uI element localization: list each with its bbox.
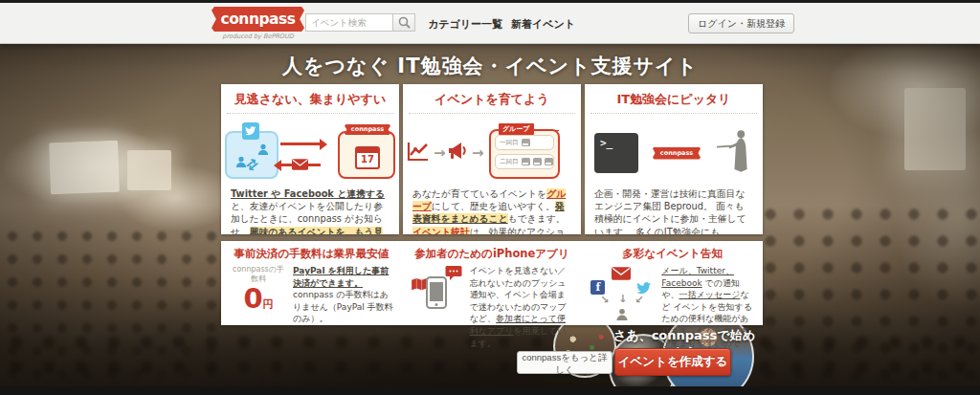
sub-feature-description: PayPal を利用した事前決済ができます。connpass の手数料はありませ… <box>293 265 393 325</box>
event-row-second: 二回目 <box>495 154 554 169</box>
sub-feature-panel: 事前決済の手数料は業界最安値 connpassの手数料 0円 PayPal を利… <box>221 241 763 325</box>
calendar-day: 17 <box>357 153 378 166</box>
sub-feature-announcement: 多彩なイベント告知 f ↘ ↓ ↙ メール、 <box>582 241 763 325</box>
twitter-icon <box>242 122 259 140</box>
sub-feature-title: 多彩なイベント告知 <box>590 247 754 261</box>
text-segment: 企画・開発・運営は技術に真面目なエンジニア集団 Beproud。 面々も積極的に… <box>594 188 746 234</box>
connpass-logo[interactable]: connpass <box>212 7 304 32</box>
event-row-label: 一回目 <box>500 139 519 147</box>
feature-card-it-study: IT勉強会にピッタリ >_ connpass 企画・開発・運営は技術に真面目なエ… <box>585 84 763 234</box>
search-input[interactable] <box>305 13 393 32</box>
connpass-badge: connpass <box>345 124 390 135</box>
megaphone-icon <box>447 141 470 164</box>
connpass-badge: connpass <box>653 147 701 160</box>
terminal-icon: >_ <box>594 133 638 173</box>
bulk-message-link[interactable]: 一括メッセージ <box>679 290 741 299</box>
sub-feature-iphone-app: 参加者のためのiPhoneアプリ イベントを見逃さない／忘れないためのプッシュ通… <box>402 241 583 325</box>
person-icon <box>257 141 269 159</box>
smartphone-icon <box>426 276 447 313</box>
window-light <box>904 88 966 170</box>
stats-link[interactable]: イベント統計 <box>412 227 470 234</box>
push-notification-icon <box>445 265 462 284</box>
search-icon <box>398 16 411 29</box>
feature-illustration: → → グループ 一回目 二回目 <box>403 120 581 183</box>
arrow-down-left-icon: ↙ <box>635 294 643 306</box>
fee-unit: 円 <box>263 298 274 311</box>
slide-icon <box>545 158 553 165</box>
login-signup-button[interactable]: ログイン・新規登録 <box>688 13 794 33</box>
app-illustration <box>411 265 464 318</box>
feature-illustration: >_ connpass <box>585 120 763 183</box>
feature-card-grow-event: イベントを育てよう → → グループ 一回目 二回目 <box>403 84 581 234</box>
event-row-first: 一回目 <box>495 135 554 150</box>
feature-title: IT勉強会にピッタリ <box>590 84 757 114</box>
top-border <box>0 0 980 3</box>
mail-icon <box>292 156 308 174</box>
chart-icon <box>407 141 430 165</box>
learn-more-button[interactable]: connpassをもっと詳しく <box>517 351 612 374</box>
fee-value: 0 <box>243 282 262 315</box>
feature-description: Twitter や Facebook と連携すると、友達がイベントを公開したり参… <box>221 183 399 234</box>
notify-illustration: f ↘ ↓ ↙ <box>590 265 656 320</box>
page-title: 人をつなぐ IT勉強会・イベント支援サイト <box>0 53 980 79</box>
slide-icon <box>522 158 530 165</box>
logo-byline: produced by BePROUD <box>212 33 304 40</box>
text-segment: にして、歴史を追いやすく。 <box>432 201 555 211</box>
feature-description: あなたが育てているイベントをグループにして、歴史を追いやすく。発表資料をまとめる… <box>403 183 581 234</box>
sub-feature-title: 事前決済の手数料は業界最安値 <box>230 247 393 261</box>
group-box: グループ 一回目 二回目 <box>489 129 560 179</box>
samurai-icon <box>715 127 753 179</box>
nav-new-events[interactable]: 新着イベント <box>511 17 575 32</box>
sub-feature-title: 参加者のためのiPhoneアプリ <box>411 247 574 261</box>
text-segment: あなたが育てているイベントを <box>412 188 546 199</box>
footer-bar <box>0 386 980 395</box>
fee-amount: 0円 <box>230 285 287 313</box>
text-segment: connpass の手数料はありません（PayPal 手数料のみ）。 <box>293 290 393 323</box>
paypal-link[interactable]: PayPal を利用した事前決済ができます。 <box>293 266 389 288</box>
slide-icon <box>533 158 542 165</box>
arrow-down-icon: ↓ <box>618 293 627 305</box>
fee-block: connpassの手数料 0円 <box>230 265 287 325</box>
arrow-down-right-icon: ↘ <box>600 294 609 306</box>
person-icon <box>615 306 629 324</box>
facebook-icon: f <box>590 280 605 295</box>
projector-screen <box>127 150 171 190</box>
feature-title: イベントを育てよう <box>409 84 575 114</box>
group-label: グループ <box>499 123 534 135</box>
header: connpass produced by BePROUD カテゴリー一覧 新着イ… <box>0 3 980 44</box>
social-link[interactable]: Twitter や Facebook と連携する <box>231 188 385 199</box>
search-button[interactable] <box>393 13 415 32</box>
sub-feature-payment: 事前決済の手数料は業界最安値 connpassの手数料 0円 PayPal を利… <box>221 241 402 325</box>
slide-icon <box>522 139 530 146</box>
sub-feature-description: イベントを見逃さない／忘れないためのプッシュ通知や、イベント会場まで迷わないため… <box>470 265 574 349</box>
feature-cards: 見逃さない、集まりやすい ⇄ <box>221 84 763 234</box>
feature-title: 見逃さない、集まりやすい <box>227 84 393 114</box>
feature-description: 企画・開発・運営は技術に真面目なエンジニア集団 Beproud。 面々も積極的に… <box>585 183 763 234</box>
text-segment: もできます。 <box>508 213 566 224</box>
arrow-right-icon: → <box>472 144 484 162</box>
arrow-right-icon <box>280 143 321 145</box>
nav-category-list[interactable]: カテゴリー一覧 <box>428 17 502 32</box>
highlight-text: 興味のあるイベントを、もう見逃すことはありません。 <box>231 227 383 234</box>
feature-card-notifications: 見逃さない、集まりやすい ⇄ <box>221 84 399 234</box>
stage: connpass produced by BePROUD カテゴリー一覧 新着イ… <box>0 0 980 395</box>
create-event-button[interactable]: イベントを作成する <box>614 348 731 376</box>
arrow-right-icon: → <box>434 144 446 162</box>
event-row-label: 二回目 <box>500 158 519 166</box>
feature-illustration: ⇄ connpass 17 <box>221 120 399 183</box>
calendar-icon: 17 <box>355 146 380 169</box>
projector-screen <box>49 141 120 194</box>
mail-icon <box>612 266 631 284</box>
